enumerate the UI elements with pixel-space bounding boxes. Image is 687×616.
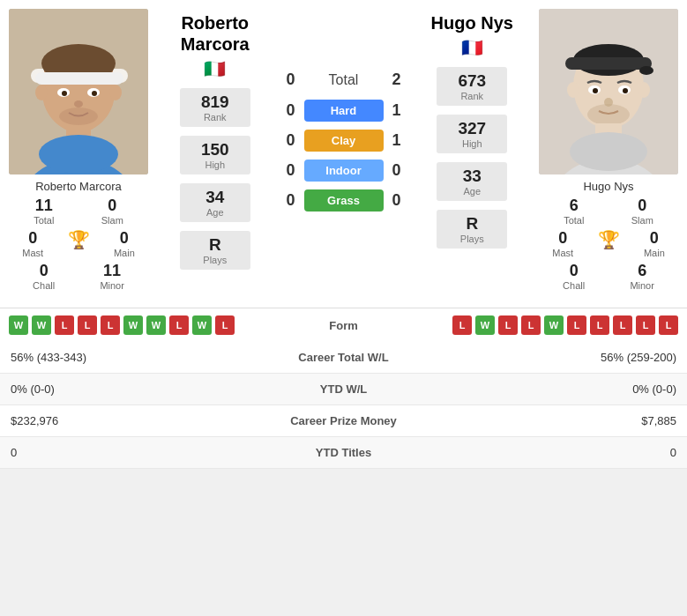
right-form-badge-3: L xyxy=(521,315,541,335)
indoor-left-score: 0 xyxy=(278,161,304,180)
right-stat-main: 0 Main xyxy=(644,229,665,258)
right-age-block: 33 Age xyxy=(437,162,507,201)
stat-label-3: YTD Titles xyxy=(227,437,460,469)
svg-point-31 xyxy=(570,132,647,171)
match-total-label: Total xyxy=(304,72,384,88)
grass-surface-btn[interactable]: Grass xyxy=(304,189,384,212)
svg-point-25 xyxy=(623,88,628,93)
form-badges-right: LWLLWLLLLL xyxy=(397,315,679,335)
clay-surface-btn[interactable]: Clay xyxy=(304,130,384,152)
clay-left-score: 0 xyxy=(278,131,304,150)
left-form-badge-9: L xyxy=(215,315,235,335)
player-right-info-area: Hugo Nys 🇫🇷 673 Rank 327 High 33 Age R P… xyxy=(410,0,535,257)
left-stat-mast: 0 Mast xyxy=(22,229,43,258)
right-stat-chall: 0 Chall xyxy=(563,262,585,291)
right-high-label: High xyxy=(447,138,497,149)
match-right-total: 2 xyxy=(384,71,410,89)
left-stats-row-3: 0 Chall 11 Minor xyxy=(11,262,147,291)
right-form-badge-9: L xyxy=(659,315,678,335)
right-rank-label: Rank xyxy=(447,91,497,101)
surface-row-clay: 0 Clay 1 xyxy=(278,130,410,152)
stats-row-0: 56% (433-343) Career Total W/L 56% (259-… xyxy=(0,342,687,374)
hard-right-score: 1 xyxy=(384,101,410,120)
player-left-photo xyxy=(9,9,148,174)
svg-point-28 xyxy=(567,82,579,98)
stat-left-0: 56% (433-343) xyxy=(0,342,227,374)
right-age-label: Age xyxy=(447,186,497,197)
left-stat-slam: 0 Slam xyxy=(101,197,123,226)
right-high-block: 327 High xyxy=(437,115,507,153)
stat-right-3: 0 xyxy=(460,437,687,469)
stat-label-1: YTD W/L xyxy=(227,374,460,405)
clay-right-score: 1 xyxy=(384,131,410,150)
player-left-stats: 11 Total 0 Slam 0 Mast 🏆 xyxy=(11,197,147,294)
left-stat-chall: 0 Chall xyxy=(33,262,55,291)
stat-label-2: Career Prize Money xyxy=(227,405,460,437)
player-right-portrait xyxy=(539,9,678,174)
right-age-value: 33 xyxy=(447,167,497,186)
right-rank-block: 673 Rank xyxy=(437,67,507,106)
left-high-block: 150 High xyxy=(180,136,250,174)
left-plays-label: Plays xyxy=(190,255,240,265)
right-form-badge-0: L xyxy=(452,315,472,335)
left-form-badge-3: L xyxy=(78,315,97,335)
right-stat-total: 6 Total xyxy=(564,197,584,226)
left-form-badge-1: W xyxy=(32,315,51,335)
left-rank-label: Rank xyxy=(190,112,240,122)
svg-point-8 xyxy=(62,91,67,96)
stats-row-2: $232,976 Career Prize Money $7,885 xyxy=(0,405,687,437)
stat-left-2: $232,976 xyxy=(0,405,227,437)
right-stat-slam: 0 Slam xyxy=(631,197,653,226)
left-plays-value: R xyxy=(190,235,240,255)
player-right-photo xyxy=(539,9,678,174)
left-age-block: 34 Age xyxy=(180,183,250,222)
grass-left-score: 0 xyxy=(278,191,304,210)
player-left-name-under: Roberto Marcora xyxy=(35,180,122,193)
player-right-stats: 6 Total 0 Slam 0 Mast 🏆 xyxy=(541,197,677,294)
right-form-badge-6: L xyxy=(590,315,609,335)
left-form-badge-4: L xyxy=(101,315,120,335)
stats-row-1: 0% (0-0) YTD W/L 0% (0-0) xyxy=(0,374,687,405)
match-total-row: 0 Total 2 xyxy=(278,71,410,89)
trophy-icon-left: 🏆 xyxy=(68,229,90,258)
player-right-area: Hugo Nys 6 Total 0 Slam 0 Mast xyxy=(534,0,687,299)
right-high-value: 327 xyxy=(447,119,497,138)
form-section: WWLLLWWLWL Form LWLLWLLLLL xyxy=(0,308,687,342)
right-form-badge-2: L xyxy=(498,315,518,335)
stat-left-1: 0% (0-0) xyxy=(0,374,227,405)
svg-rect-20 xyxy=(565,57,652,70)
hard-surface-btn[interactable]: Hard xyxy=(304,100,384,122)
svg-point-24 xyxy=(593,88,598,93)
surface-row-indoor: 0 Indoor 0 xyxy=(278,160,410,182)
player-left-area: Roberto Marcora 11 Total 0 Slam 0 xyxy=(0,0,153,299)
player-left-portrait xyxy=(9,9,148,174)
right-plays-block: R Plays xyxy=(437,210,507,249)
svg-point-15 xyxy=(39,135,118,174)
right-form-badge-8: L xyxy=(636,315,655,335)
right-stats-row-2: 0 Mast 🏆 0 Main xyxy=(541,229,677,258)
hard-left-score: 0 xyxy=(278,101,304,120)
left-stats-row-1: 11 Total 0 Slam xyxy=(11,197,147,226)
stat-right-2: $7,885 xyxy=(460,405,687,437)
player-right-flag: 🇫🇷 xyxy=(461,37,483,58)
left-form-badge-8: W xyxy=(192,315,212,335)
indoor-right-score: 0 xyxy=(384,161,410,180)
svg-rect-5 xyxy=(35,72,123,85)
left-age-value: 34 xyxy=(190,188,240,207)
left-rank-value: 819 xyxy=(190,93,240,112)
svg-point-9 xyxy=(92,91,97,96)
right-rank-value: 673 xyxy=(447,71,497,91)
player-left-flag: 🇮🇹 xyxy=(204,58,226,79)
left-stat-main: 0 Main xyxy=(114,229,135,258)
svg-point-10 xyxy=(74,100,83,108)
surface-row-grass: 0 Grass 0 xyxy=(278,189,410,212)
left-stats-row-2: 0 Mast 🏆 0 Main xyxy=(11,229,147,258)
left-form-badge-7: L xyxy=(169,315,189,335)
svg-point-13 xyxy=(59,108,98,125)
left-stat-minor: 11 Minor xyxy=(100,262,124,291)
indoor-surface-btn[interactable]: Indoor xyxy=(304,160,384,182)
top-player-area: Roberto Marcora 11 Total 0 Slam 0 xyxy=(0,0,687,299)
right-stat-minor: 6 Minor xyxy=(630,262,654,291)
stat-label-0: Career Total W/L xyxy=(227,342,460,374)
player-left-name-header: Roberto Marcora xyxy=(181,12,250,55)
